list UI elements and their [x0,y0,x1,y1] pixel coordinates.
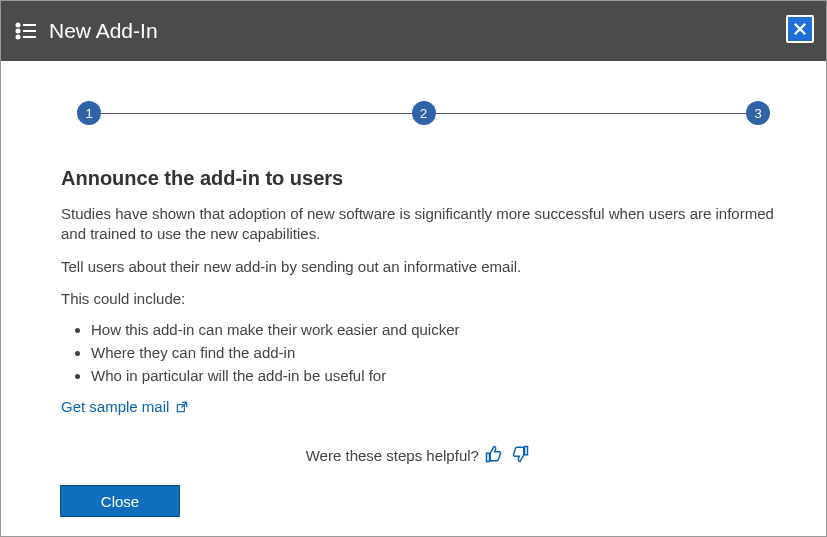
wizard-step-3[interactable]: 3 [746,101,770,125]
paragraph-3: This could include: [61,289,776,309]
get-sample-mail-link[interactable]: Get sample mail [61,398,776,415]
footer: Close [60,485,180,517]
svg-point-4 [17,36,20,39]
list-icon [13,18,39,44]
thumbs-up-icon[interactable] [485,445,503,466]
feedback-row: Were these steps helpful? [61,445,776,466]
content-area: 1 2 3 Announce the add-in to users Studi… [1,61,826,486]
thumbs-down-icon[interactable] [511,445,529,466]
svg-rect-11 [525,447,528,455]
header-bar: New Add-In [1,1,826,61]
wizard-step-2[interactable]: 2 [412,101,436,125]
close-icon[interactable] [786,15,814,43]
list-item: Where they can find the add-in [91,344,776,361]
feedback-text: Were these steps helpful? [306,447,479,464]
link-text: Get sample mail [61,398,169,415]
svg-point-0 [17,24,20,27]
svg-point-2 [17,30,20,33]
paragraph-1: Studies have shown that adoption of new … [61,204,776,245]
bullet-list: How this add-in can make their work easi… [91,321,776,384]
close-button[interactable]: Close [60,485,180,517]
wizard-step-1[interactable]: 1 [77,101,101,125]
header-title: New Add-In [49,19,158,43]
paragraph-2: Tell users about their new add-in by sen… [61,257,776,277]
svg-rect-10 [487,453,490,461]
list-item: How this add-in can make their work easi… [91,321,776,338]
page-heading: Announce the add-in to users [61,167,776,190]
list-item: Who in particular will the add-in be use… [91,367,776,384]
wizard-steps: 1 2 3 [77,101,770,127]
external-link-icon [175,400,189,414]
